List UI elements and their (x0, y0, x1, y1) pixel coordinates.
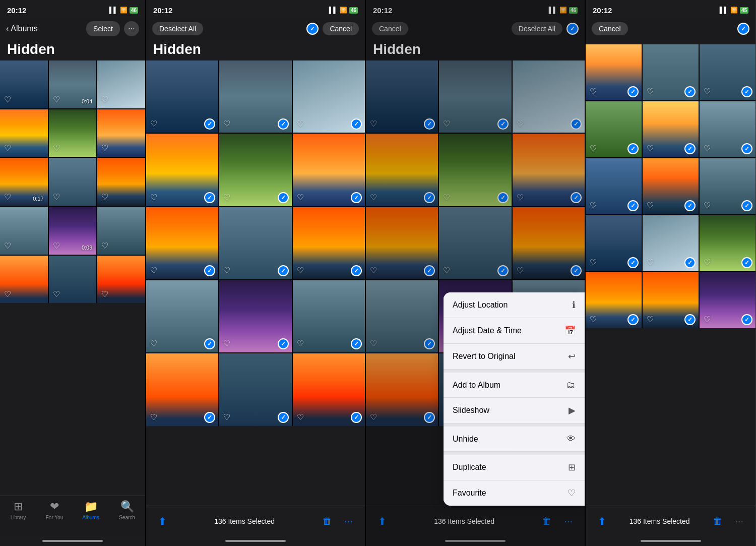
menu-revert-original[interactable]: Revert to Original ↩ (444, 344, 585, 370)
photo-cell-p4-13[interactable]: ♡ ✓ (586, 272, 642, 328)
photo-cell-p2-13[interactable]: ♡ ✓ (146, 353, 218, 426)
photo-cell-p2-1[interactable]: ♡ ✓ (146, 60, 218, 133)
photo-cell-2-3[interactable]: ♡ (97, 109, 145, 157)
heart-icon: ♡ (647, 87, 654, 96)
heart-icon: ♡ (101, 95, 108, 104)
photo-cell-p4-12[interactable]: ♡ ✓ (700, 215, 755, 271)
photo-cell-3-2[interactable]: ♡ (49, 158, 97, 206)
photo-cell-p4-8[interactable]: ♡ ✓ (643, 158, 699, 214)
duplicate-icon: ⊞ (568, 462, 576, 473)
photo-cell-2-2[interactable]: ♡ (49, 109, 97, 157)
photo-cell-p2-6[interactable]: ♡ ✓ (293, 134, 365, 206)
photo-cell-1-2[interactable]: ♡ 0:04 (49, 60, 97, 108)
photo-cell-p4-5[interactable]: ♡ ✓ (643, 101, 699, 157)
check-mark: ✓ (351, 118, 362, 130)
photo-cell-p4-6[interactable]: ♡ ✓ (700, 101, 755, 157)
cancel-button-2[interactable]: Cancel (323, 22, 359, 35)
photo-cell-p4-3[interactable]: ♡ ✓ (700, 44, 755, 100)
check-mark: ✓ (627, 143, 639, 154)
photo-cell-p4-2[interactable]: ♡ ✓ (643, 44, 699, 100)
photo-cell-p4-10[interactable]: ♡ ✓ (586, 215, 642, 271)
revert-icon: ↩ (568, 351, 576, 362)
photo-grid-container-1: ♡ ♡ 0:04 ♡ ♡ ♡ ♡ (0, 60, 145, 303)
panel-1: 20:12 ▌▌ 🛜 46 ‹ Albums Select ··· Hidden (0, 0, 146, 546)
share-button-2[interactable]: ⬆ (156, 513, 169, 529)
tab-albums[interactable]: 📁 Albums (73, 500, 109, 534)
context-menu: Adjust Location ℹ Adjust Date & Time 📅 R… (444, 292, 585, 506)
more-button-4[interactable]: ··· (733, 513, 745, 529)
info-icon: ℹ (572, 299, 576, 311)
menu-duplicate[interactable]: Duplicate ⊞ (444, 452, 585, 480)
albums-back-label[interactable]: Albums (11, 24, 37, 33)
heart-icon: ♡ (4, 192, 11, 202)
photo-cell-p4-1[interactable]: ♡ ✓ (586, 44, 642, 100)
tab-search[interactable]: 🔍 Search (109, 500, 145, 534)
photo-cell-p4-14[interactable]: ♡ ✓ (643, 272, 699, 328)
photo-cell-1-1[interactable]: ♡ (0, 60, 48, 108)
status-bar-1: 20:12 ▌▌ 🛜 46 (0, 0, 145, 18)
menu-unhide[interactable]: Unhide 👁 (444, 423, 585, 452)
home-bar-4 (641, 540, 701, 542)
photo-cell-4-2[interactable]: ♡ 0:09 (49, 207, 97, 255)
photo-cell-5-2[interactable]: ♡ (49, 256, 97, 304)
photo-cell-p2-2[interactable]: ♡ ✓ (219, 60, 291, 133)
share-button-4[interactable]: ⬆ (596, 513, 608, 529)
select-button-1[interactable]: Select (86, 21, 120, 36)
cancel-button-4[interactable]: Cancel (592, 22, 628, 35)
album-title-4 (586, 39, 755, 44)
photo-cell-p2-5[interactable]: ♡ ✓ (219, 134, 291, 206)
photo-cell-2-1[interactable]: ♡ (0, 109, 48, 157)
back-button-1[interactable]: ‹ Albums (6, 24, 38, 33)
adjust-location-label: Adjust Location (453, 300, 508, 310)
deselect-all-button-2[interactable]: Deselect All (152, 22, 203, 35)
menu-slideshow[interactable]: Slideshow ▶ (444, 398, 585, 423)
photo-cell-p4-7[interactable]: ♡ ✓ (586, 158, 642, 214)
for-you-icon: ❤ (50, 500, 59, 513)
photo-cell-1-3[interactable]: ♡ (97, 60, 145, 108)
more-button-1[interactable]: ··· (124, 21, 139, 36)
battery-2: 46 (349, 7, 358, 14)
photo-cell-3-1[interactable]: ♡ 0:17 (0, 158, 48, 206)
check-mark: ✓ (627, 200, 639, 211)
menu-adjust-location[interactable]: Adjust Location ℹ (444, 292, 585, 318)
check-mark: ✓ (351, 412, 362, 423)
photo-cell-p2-10[interactable]: ♡ ✓ (146, 280, 218, 352)
photo-cell-p4-15[interactable]: ♡ ✓ (700, 272, 755, 328)
photo-cell-p2-9[interactable]: ♡ ✓ (293, 207, 365, 279)
check-mark: ✓ (278, 118, 289, 130)
delete-button-2[interactable]: 🗑 (320, 513, 334, 529)
photo-cell-p4-9[interactable]: ♡ ✓ (700, 158, 755, 214)
photo-cell-p2-11[interactable]: ♡ ✓ (219, 280, 291, 352)
photo-cell-5-3[interactable]: ♡ (97, 256, 145, 304)
panel-3: 20:12 ▌▌ 🛜 46 Cancel Deselect All ✓ Hidd… (366, 0, 586, 546)
photo-cell-p2-4[interactable]: ♡ ✓ (146, 134, 218, 206)
photo-cell-p4-11[interactable]: ♡ ✓ (643, 215, 699, 271)
photo-cell-p2-8[interactable]: ♡ ✓ (219, 207, 291, 279)
nav-bar-2: Deselect All ✓ Cancel (146, 18, 365, 39)
menu-add-album[interactable]: Add to Album 🗂 (444, 370, 585, 398)
check-mark: ✓ (741, 143, 752, 154)
delete-button-4[interactable]: 🗑 (711, 513, 725, 529)
photo-cell-p2-3[interactable]: ♡ ✓ (293, 60, 365, 133)
tab-library[interactable]: ⊞ Library (0, 500, 36, 534)
check-mark: ✓ (627, 86, 639, 97)
battery-4: 45 (740, 7, 748, 14)
photo-cell-p4-4[interactable]: ♡ ✓ (586, 101, 642, 157)
tab-for-you[interactable]: ❤ For You (36, 500, 73, 534)
more-button-2[interactable]: ··· (342, 513, 355, 529)
revert-original-label: Revert to Original (453, 352, 516, 361)
time-1: 20:12 (7, 6, 26, 15)
photo-cell-5-1[interactable]: ♡ (0, 256, 48, 304)
photo-cell-p2-14[interactable]: ♡ ✓ (219, 353, 291, 426)
photo-cell-4-1[interactable]: ♡ (0, 207, 48, 255)
photo-cell-p2-7[interactable]: ♡ ✓ (146, 207, 218, 279)
check-mark: ✓ (684, 257, 696, 268)
photo-cell-p2-12[interactable]: ♡ ✓ (293, 280, 365, 352)
photo-cell-4-3[interactable]: ♡ (97, 207, 145, 255)
menu-adjust-datetime[interactable]: Adjust Date & Time 📅 (444, 318, 585, 344)
photo-cell-3-3[interactable]: ♡ (97, 158, 145, 206)
heart-icon: ♡ (647, 201, 654, 210)
menu-favourite[interactable]: Favourite ♡ (444, 480, 585, 506)
heart-icon: ♡ (647, 315, 654, 324)
photo-cell-p2-15[interactable]: ♡ ✓ (293, 353, 365, 426)
